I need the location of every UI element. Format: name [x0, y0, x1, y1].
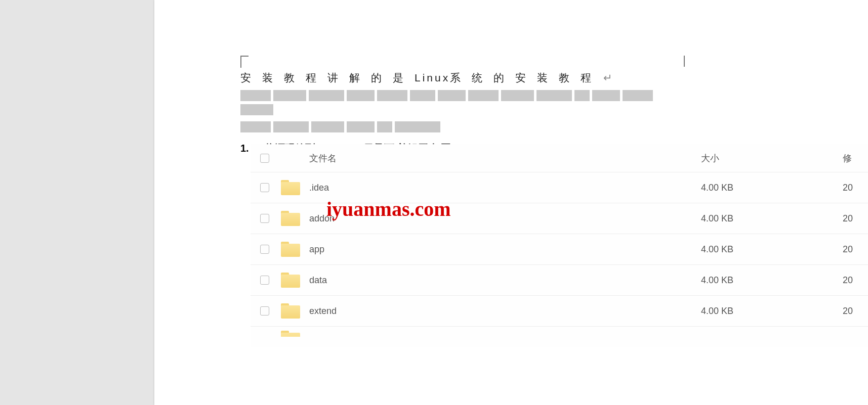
- redacted-block: [240, 121, 271, 132]
- row-icon-cell: [279, 242, 309, 257]
- redacted-block: [592, 90, 620, 101]
- table-row[interactable]: extend4.00 KB20: [251, 296, 868, 327]
- redacted-block: [311, 121, 344, 132]
- folder-icon: [281, 303, 300, 319]
- folder-icon: [281, 331, 300, 337]
- row-checkbox[interactable]: [260, 276, 269, 285]
- row-filename[interactable]: .idea: [309, 183, 701, 193]
- row-icon-cell: [279, 211, 309, 226]
- intro-part1: 安装教程讲解的是: [240, 72, 415, 83]
- row-size: 4.00 KB: [701, 244, 843, 255]
- row-icon-cell: [279, 273, 309, 288]
- table-row[interactable]: app4.00 KB20: [251, 234, 868, 265]
- row-checkbox[interactable]: [260, 214, 269, 223]
- row-checkbox[interactable]: [260, 245, 269, 254]
- row-checkbox[interactable]: [260, 183, 269, 192]
- table-header: 文件名 大小 修: [251, 144, 868, 172]
- row-icon-cell: [279, 180, 309, 195]
- row-modified: 20: [843, 244, 868, 255]
- row-modified: 20: [843, 306, 868, 317]
- row-icon-cell: [279, 303, 309, 319]
- row-checkbox-cell: [251, 327, 279, 333]
- table-body: .idea4.00 KB20addon4.00 KB20app4.00 KB20…: [251, 172, 868, 327]
- table-row-partial[interactable]: [251, 327, 868, 347]
- redacted-block: [395, 121, 440, 132]
- folder-icon: [281, 273, 300, 288]
- table-row[interactable]: data4.00 KB20: [251, 265, 868, 296]
- redacted-block: [347, 90, 375, 101]
- return-mark: ↵: [603, 72, 624, 83]
- folder-icon: [281, 180, 300, 195]
- row-modified: 20: [843, 183, 868, 193]
- redacted-block: [623, 90, 653, 101]
- redacted-block: [536, 90, 572, 101]
- table-row[interactable]: .idea4.00 KB20: [251, 172, 868, 203]
- redacted-block: [438, 90, 466, 101]
- redacted-block: [468, 90, 499, 101]
- row-modified: 20: [843, 275, 868, 286]
- row-size: 4.00 KB: [701, 183, 843, 193]
- header-checkbox-cell: [251, 154, 279, 163]
- folder-icon: [281, 211, 300, 226]
- intro-text: 安装教程讲解的是Linux系统的安装教程↵: [240, 71, 848, 85]
- header-modified[interactable]: 修: [843, 152, 868, 164]
- redacted-text: [240, 90, 681, 132]
- file-table: 文件名 大小 修 .idea4.00 KB20addon4.00 KB20app…: [251, 144, 868, 347]
- row-modified: 20: [843, 213, 868, 224]
- document-page: 安装教程讲解的是Linux系统的安装教程↵ 1. 将源码放到 wwwroot 目…: [154, 0, 868, 405]
- row-filename[interactable]: data: [309, 275, 701, 286]
- redacted-block: [377, 121, 392, 132]
- redacted-block: [410, 90, 435, 101]
- redacted-block: [240, 104, 273, 115]
- row-checkbox-cell: [251, 306, 279, 316]
- row-checkbox-cell: [251, 276, 279, 285]
- select-all-checkbox[interactable]: [260, 154, 269, 163]
- intro-linux: Linux: [415, 72, 450, 83]
- row-checkbox-cell: [251, 245, 279, 254]
- redacted-block: [273, 90, 306, 101]
- redacted-block: [347, 121, 375, 132]
- redacted-block: [273, 121, 309, 132]
- row-filename[interactable]: app: [309, 244, 701, 255]
- intro-part2: 系统的安装教程: [450, 72, 602, 83]
- redacted-block: [377, 90, 407, 101]
- row-filename[interactable]: extend: [309, 306, 701, 317]
- ruler-marker-right: [684, 56, 686, 67]
- redacted-block: [501, 90, 534, 101]
- row-checkbox-cell: [251, 183, 279, 192]
- row-icon-cell: [279, 327, 309, 337]
- header-size[interactable]: 大小: [701, 152, 843, 164]
- redacted-block: [240, 90, 271, 101]
- row-size: 4.00 KB: [701, 275, 843, 286]
- header-name[interactable]: 文件名: [309, 152, 701, 164]
- folder-icon: [281, 242, 300, 257]
- row-size: 4.00 KB: [701, 213, 843, 224]
- row-checkbox[interactable]: [260, 306, 269, 316]
- row-checkbox-cell: [251, 214, 279, 223]
- row-size: 4.00 KB: [701, 306, 843, 317]
- redacted-block: [574, 90, 590, 101]
- content-area: 安装教程讲解的是Linux系统的安装教程↵ 1. 将源码放到 wwwroot 目…: [240, 71, 848, 155]
- ruler-marker-left: [240, 56, 249, 68]
- redacted-block: [309, 90, 344, 101]
- row-filename[interactable]: addon: [309, 213, 701, 224]
- table-row[interactable]: addon4.00 KB20: [251, 203, 868, 234]
